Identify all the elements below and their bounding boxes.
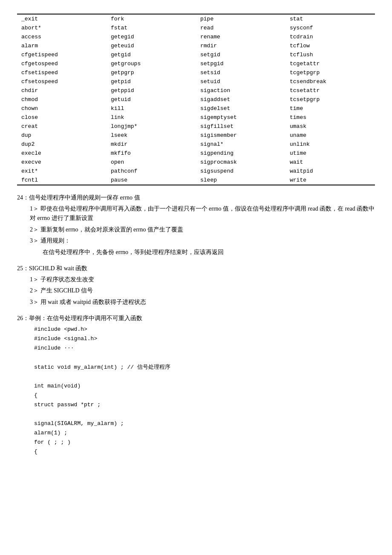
- table-cell: getgroups: [107, 59, 196, 68]
- table-cell: lseek: [107, 131, 196, 140]
- table-cell: sysconf: [285, 23, 375, 32]
- code-line: [34, 372, 375, 382]
- table-cell: sigismember: [196, 131, 285, 140]
- table-cell: sigemptyset: [196, 113, 285, 122]
- section-25: 25：SIGCHLD 和 wait 函数1＞ 子程序状态发生改变2＞ 产生 SI…: [17, 265, 375, 307]
- section-26: 26：举例：在信号处理程序中调用不可重入函数#include <pwd.h>#i…: [17, 315, 375, 457]
- table-cell: tcsetpgrp: [285, 95, 375, 104]
- table-cell: getgid: [107, 50, 196, 59]
- section-title: 24：信号处理程序中通用的规则一保存 errno 值: [17, 194, 375, 202]
- section-sub-item: 在信号处理程序中，先备份 errno，等到处理程序结束时，应该再返回: [43, 248, 375, 257]
- table-cell: tcsetattr: [285, 86, 375, 95]
- table-cell: geteuid: [107, 41, 196, 50]
- section-item: 1＞ 即使在信号处理程序中调用可再入函数，由于一个进程只有一个 errno 值，…: [30, 204, 375, 223]
- code-line: {: [34, 447, 375, 457]
- table-cell: setuid: [196, 77, 285, 86]
- code-line: struct passwd *ptr ;: [34, 400, 375, 410]
- table-cell: setsid: [196, 68, 285, 77]
- table-cell: wait: [285, 158, 375, 167]
- table-cell: getpid: [107, 77, 196, 86]
- table-cell: sigprocmask: [196, 158, 285, 167]
- table-cell: mkdir: [107, 140, 196, 149]
- table-cell: fstat: [107, 23, 196, 32]
- table-cell: execve: [17, 158, 107, 167]
- code-line: [34, 353, 375, 362]
- table-cell: chmod: [17, 95, 107, 104]
- table-cell: unlink: [285, 140, 375, 149]
- table-cell: sigfillset: [196, 122, 285, 131]
- table-cell: read: [196, 23, 285, 32]
- table-cell: setgid: [196, 50, 285, 59]
- code-line: #include <pwd.h>: [34, 325, 375, 334]
- table-cell: sigaddset: [196, 95, 285, 104]
- section-item: 3＞ 通用规则：: [30, 236, 375, 246]
- code-line: {: [34, 391, 375, 400]
- table-cell: write: [285, 176, 375, 185]
- table-cell: setpgid: [196, 59, 285, 68]
- section-title: 25：SIGCHLD 和 wait 函数: [17, 265, 375, 272]
- code-line: signal(SIGALRM, my_alarm) ;: [34, 419, 375, 428]
- table-cell: mkfifo: [107, 149, 196, 158]
- table-cell: signal*: [196, 140, 285, 149]
- code-block: #include <pwd.h>#include <signal.h>#incl…: [34, 325, 375, 457]
- table-cell: sigsuspend: [196, 167, 285, 176]
- table-cell: rmdir: [196, 41, 285, 50]
- code-line: #include ···: [34, 344, 375, 353]
- table-cell: stat: [285, 14, 375, 23]
- table-cell: cfgetospeed: [17, 59, 107, 68]
- table-cell: cfgetispeed: [17, 50, 107, 59]
- table-cell: link: [107, 113, 196, 122]
- section-title: 26：举例：在信号处理程序中调用不可重入函数: [17, 315, 375, 322]
- code-line: [34, 410, 375, 419]
- section-item: 2＞ 重新复制 errno，就会对原来设置的 errno 值产生了覆盖: [30, 225, 375, 234]
- table-cell: waitpid: [285, 167, 375, 176]
- table-cell: sigpending: [196, 149, 285, 158]
- table-cell: tcflush: [285, 50, 375, 59]
- table-cell: getuid: [107, 95, 196, 104]
- table-cell: sleep: [196, 176, 285, 185]
- table-cell: cfsetispeed: [17, 68, 107, 77]
- table-cell: close: [17, 113, 107, 122]
- table-cell: umask: [285, 122, 375, 131]
- table-cell: tcsendbreak: [285, 77, 375, 86]
- section-item: 1＞ 子程序状态发生改变: [30, 275, 375, 284]
- table-cell: tcgetattr: [285, 59, 375, 68]
- table-cell: open: [107, 158, 196, 167]
- table-cell: rename: [196, 32, 285, 41]
- table-cell: chown: [17, 104, 107, 113]
- table-cell: pause: [107, 176, 196, 185]
- table-cell: cfsetospeed: [17, 77, 107, 86]
- section-item: 2＞ 产生 SIGCHLD 信号: [30, 286, 375, 295]
- code-line: alarm(1) ;: [34, 428, 375, 438]
- table-cell: pipe: [196, 14, 285, 23]
- table-cell: chdir: [17, 86, 107, 95]
- table-cell: utime: [285, 149, 375, 158]
- code-line: #include <signal.h>: [34, 334, 375, 344]
- table-cell: dup: [17, 131, 107, 140]
- code-line: int main(void): [34, 382, 375, 391]
- table-cell: getegid: [107, 32, 196, 41]
- table-cell: exit*: [17, 167, 107, 176]
- table-cell: pathconf: [107, 167, 196, 176]
- table-cell: tcgetpgrp: [285, 68, 375, 77]
- table-cell: uname: [285, 131, 375, 140]
- table-cell: tcflow: [285, 41, 375, 50]
- table-cell: access: [17, 32, 107, 41]
- table-cell: getppid: [107, 86, 196, 95]
- table-cell: fork: [107, 14, 196, 23]
- table-cell: getpgrp: [107, 68, 196, 77]
- table-cell: alarm: [17, 41, 107, 50]
- code-line: for ( ; ; ): [34, 438, 375, 447]
- section-item: 3＞ 用 wait 或者 waitpid 函数获得子进程状态: [30, 298, 375, 307]
- table-cell: tcdrain: [285, 32, 375, 41]
- table-cell: dup2: [17, 140, 107, 149]
- table-cell: creat: [17, 122, 107, 131]
- table-cell: _exit: [17, 14, 107, 23]
- table-cell: longjmp*: [107, 122, 196, 131]
- table-cell: sigdelset: [196, 104, 285, 113]
- table-cell: kill: [107, 104, 196, 113]
- table-cell: sigaction: [196, 86, 285, 95]
- table-cell: execle: [17, 149, 107, 158]
- table-cell: times: [285, 113, 375, 122]
- table-cell: fcntl: [17, 176, 107, 185]
